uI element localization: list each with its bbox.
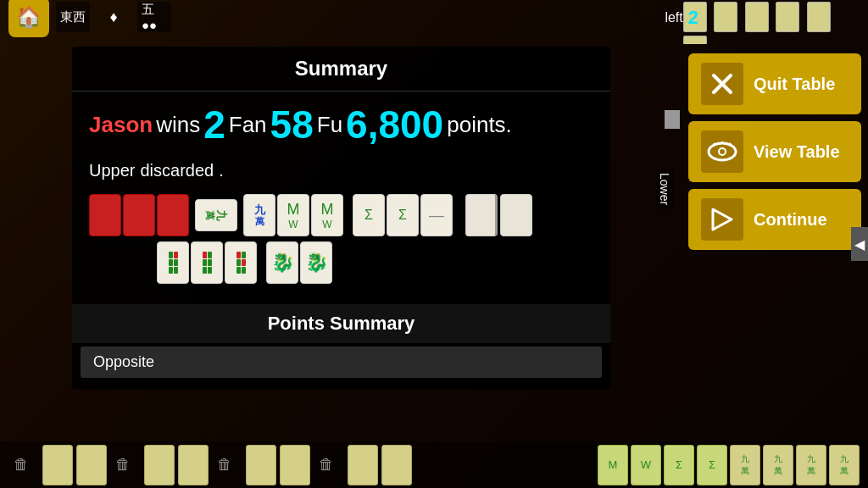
quit-icon-container [701, 63, 743, 105]
right-panel: Quit Table View Table Continue [682, 47, 868, 257]
bottom-tile [280, 445, 310, 485]
tile [123, 194, 155, 236]
tile-dragon: 🐉 [300, 241, 332, 284]
svg-line-6 [714, 143, 715, 145]
eye-icon [707, 141, 737, 162]
tile [157, 194, 189, 236]
trash-icon-4[interactable]: 🗑 [314, 452, 339, 478]
bottom-tile [381, 445, 412, 485]
summary-panel: Summary Jason wins 2 Fan 58 Fu 6,800 poi… [72, 47, 610, 390]
tile-bamboo [157, 241, 189, 284]
tile: Σ [387, 194, 419, 236]
bottom-tile [76, 445, 107, 485]
win-fan-label: Fan [229, 112, 267, 138]
tile: M W [311, 194, 343, 236]
win-player: Jason [89, 112, 153, 138]
win-points-label: points. [447, 112, 512, 138]
east-west-icon: 東西 [56, 2, 90, 32]
left-counter: left 2 [665, 7, 698, 29]
discard-mid: discarded [140, 161, 214, 180]
trash-icon-2[interactable]: 🗑 [110, 452, 136, 478]
gray-rect [665, 110, 680, 129]
tile-group-3: Σ Σ — [353, 194, 453, 236]
view-table-button[interactable]: View Table [688, 121, 861, 182]
opposite-label: Opposite [93, 353, 154, 371]
bottom-tile-white: 九萬 [796, 445, 826, 485]
tile-bamboo [225, 241, 257, 284]
tile [89, 194, 121, 236]
tiles-section: 九 萬 九 萬 M W [72, 189, 610, 297]
diamond-icon: ♦ [97, 2, 131, 32]
lower-label: Lower [656, 169, 673, 208]
discard-text: Upper [89, 161, 135, 180]
bottom-tile-white: 九萬 [730, 445, 760, 485]
bottom-tile [42, 445, 73, 485]
bottom-tile-green: Σ [664, 445, 694, 485]
bottom-tile [178, 445, 209, 485]
continue-icon-container [701, 198, 743, 241]
svg-line-7 [729, 143, 731, 145]
bottom-tile-green: Σ [697, 445, 727, 485]
win-line: Jason wins 2 Fan 58 Fu 6,800 points. [72, 92, 610, 158]
arrow-icon: ◀ [854, 236, 865, 252]
quit-table-button[interactable]: Quit Table [688, 53, 861, 114]
left-count: 2 [688, 7, 698, 29]
trash-icon-3[interactable]: 🗑 [212, 452, 237, 478]
win-points-num: 6,800 [346, 105, 443, 144]
tile [465, 194, 498, 236]
continue-label: Continue [754, 210, 827, 230]
tile [500, 194, 532, 236]
discard-line: Upper discarded . [72, 158, 610, 189]
left-label: left [665, 10, 682, 25]
win-fu-num: 58 [270, 105, 314, 144]
mini-tile [683, 36, 707, 44]
discard-dot: . [219, 161, 224, 180]
x-icon [709, 71, 735, 97]
quit-label: Quit Table [754, 75, 835, 94]
bottom-tile-white: 九萬 [763, 445, 793, 485]
tile-group-2: 九 萬 M W M W [243, 194, 343, 236]
trash-icon-1[interactable]: 🗑 [8, 452, 34, 478]
svg-marker-8 [713, 209, 732, 230]
bottom-tile-green: W [631, 445, 661, 485]
bottom-tile [246, 445, 276, 485]
opposite-row: Opposite [81, 347, 602, 378]
view-label: View Table [754, 142, 840, 162]
tile-row-1: 九 萬 九 萬 M W [89, 189, 593, 236]
tile-row-2: 🐉 🐉 [157, 241, 593, 284]
bottom-bar: 🗑 🗑 🗑 🗑 M W Σ Σ 九萬 九萬 九萬 九萬 [0, 441, 868, 488]
tile: — [420, 194, 453, 236]
bottom-tile-green: M [598, 445, 628, 485]
arrow-right-icon [709, 207, 735, 232]
tile-group-1 [89, 194, 189, 236]
bottom-tile [144, 445, 175, 485]
win-fan-num: 2 [203, 105, 225, 144]
svg-point-4 [720, 149, 725, 154]
win-fu-label: Fu [317, 112, 342, 138]
win-text-pre: wins [156, 112, 200, 138]
tile: 九 萬 [243, 194, 275, 236]
top-bar: 🏠 東西 ♦ 五●● left 2 [0, 0, 868, 34]
tile: M W [277, 194, 309, 236]
points-summary-title: Points Summary [72, 304, 610, 343]
continue-button[interactable]: Continue [688, 189, 861, 250]
summary-title: Summary [72, 47, 610, 92]
top-icons: 東西 ♦ 五●● [56, 2, 171, 32]
tile-group-dragon2: 🐉 🐉 [266, 241, 332, 284]
tile-dragon: 🐉 [266, 241, 298, 284]
tile-group-dragon [157, 241, 257, 284]
tile: Σ [353, 194, 385, 236]
home-button[interactable]: 🏠 [8, 0, 49, 37]
view-icon-container [701, 130, 743, 173]
home-icon: 🏠 [16, 5, 42, 29]
bottom-tile-white: 九萬 [829, 445, 860, 485]
bottom-tile [348, 445, 378, 485]
mahjong-icon: 五●● [137, 2, 171, 32]
right-arrow-button[interactable]: ◀ [851, 227, 868, 261]
tile-tilted: 九 萬 [195, 199, 237, 231]
tile-bamboo [191, 241, 223, 284]
